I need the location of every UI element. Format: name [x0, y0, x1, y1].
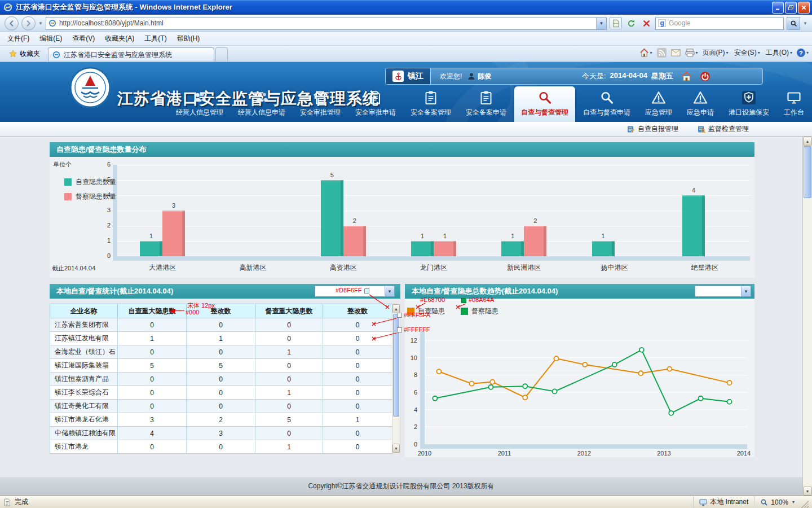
fav-right-buttons: 页面(P)▾安全(S)▾工具(O)▾: [703, 48, 792, 58]
compatibility-view-button[interactable]: [610, 17, 622, 29]
page-scrollbar-thumb[interactable]: [804, 146, 811, 198]
document-icon: [313, 90, 328, 105]
nav-item-7[interactable]: 自查与督查管理: [514, 86, 575, 122]
help-button[interactable]: ?▾: [797, 49, 809, 57]
resize-grip[interactable]: [800, 500, 809, 508]
back-button[interactable]: [5, 16, 19, 30]
bar-category-1: 大港港区: [117, 263, 208, 273]
table-row-2[interactable]: 江苏镇江发电有限1100: [50, 332, 392, 345]
document-status-icon: [3, 498, 11, 506]
safety-menu-button[interactable]: 安全(S)▾: [734, 48, 760, 58]
stats-filter-dropdown[interactable]: ▼: [315, 286, 395, 297]
url-dropdown-button[interactable]: ▼: [596, 17, 606, 29]
print-button[interactable]: ▾: [685, 48, 698, 58]
page-menu-button[interactable]: 页面(P)▾: [703, 48, 729, 58]
nav-item-1[interactable]: 经营人信息管理: [169, 86, 230, 122]
address-bar[interactable]: http://localhost:8080/yjpt/Main.html ▼: [46, 17, 607, 30]
recent-pages-dropdown[interactable]: ▼: [38, 21, 43, 26]
refresh-button[interactable]: [625, 17, 637, 29]
nav-item-12[interactable]: 工作台: [777, 86, 811, 122]
dropdown-arrow-icon[interactable]: ▼: [741, 286, 751, 296]
magnifier-icon: [537, 90, 552, 105]
table-scroll-down-button[interactable]: ▼: [392, 444, 400, 453]
svg-text:12: 12: [411, 337, 417, 344]
search-dropdown-button[interactable]: ▼: [803, 21, 807, 26]
table-row-1[interactable]: 江苏索普集团有限0000: [50, 318, 392, 332]
safety-menu-button-label: 安全(S): [734, 48, 757, 58]
trend-filter-dropdown[interactable]: ▼: [695, 286, 751, 297]
table-row-6[interactable]: 镇江李长荣综合石0010: [50, 386, 392, 400]
search-button[interactable]: [787, 17, 800, 30]
stats-table-panel: 本地自查/督查统计(截止2014.04.04) ▼ 企业名称自查重大隐患数整改数…: [50, 284, 400, 457]
menu-item-4[interactable]: 收藏夹(A): [100, 32, 139, 45]
tab-title: 江苏省港口安全监管与应急管理系统: [64, 50, 172, 60]
favorites-button[interactable]: 收藏夹: [3, 47, 46, 60]
bar-series2-cat5: [524, 226, 546, 256]
menu-item-6[interactable]: 帮助(H): [172, 32, 205, 45]
app-header: 江苏省港口安全监管与应急管理系统 镇江 欢迎您! 陈俊 今天是: 2014-04…: [0, 62, 812, 122]
table-row-5[interactable]: 镇江恒泰沥青产品0000: [50, 373, 392, 386]
bar-category-5: 新民洲港区: [479, 263, 569, 273]
bar-chart-body: 单位个 截止2014.04.04 自查隐患数量督察隐患数量 0123456大港港…: [50, 157, 754, 278]
logout-power-icon[interactable]: [700, 71, 710, 82]
table-row-9[interactable]: 中储粮镇江粮油有限4300: [50, 427, 392, 440]
nav-item-11[interactable]: 港口设施保安: [722, 86, 776, 122]
table-row-8[interactable]: 镇江市港龙石化港3251: [50, 413, 392, 427]
bar-chart-panel: 自查隐患/督查隐患数量分布 单位个 截止2014.04.04 自查隐患数量督察隐…: [50, 142, 754, 278]
nav-item-10[interactable]: 应急申请: [680, 86, 721, 122]
stats-table-head-row: 企业名称自查重大隐患数整改数督查重大隐患数整改数: [50, 304, 392, 318]
menu-item-3[interactable]: 查看(V): [67, 32, 100, 45]
menu-item-2[interactable]: 编辑(E): [34, 32, 67, 45]
table-scrollbar-thumb[interactable]: [393, 314, 399, 417]
feeds-icon[interactable]: [657, 48, 667, 58]
page-scroll-down-button[interactable]: ▼: [803, 487, 812, 496]
address-toolbar: ▼ http://localhost:8080/yjpt/Main.html ▼…: [0, 15, 812, 32]
menu-item-5[interactable]: 工具(T): [139, 32, 171, 45]
table-scroll-up-button[interactable]: ▲: [392, 304, 400, 313]
page-scrollbar[interactable]: ▲ ▼: [802, 137, 812, 496]
table-row-3[interactable]: 金海宏业（镇江）石0010: [50, 345, 392, 359]
column-header-1: 企业名称: [50, 304, 118, 318]
home-shortcut-icon[interactable]: [681, 71, 692, 82]
stop-button[interactable]: [640, 17, 652, 29]
nav-item-3[interactable]: 安全审批管理: [293, 86, 347, 122]
tools-menu-button[interactable]: 工具(O)▾: [766, 48, 792, 58]
svg-text:2012: 2012: [577, 450, 591, 457]
nav-item-4[interactable]: 安全审批申请: [348, 86, 403, 122]
subnav-item-2[interactable]: 监督检查管理: [698, 124, 749, 134]
table-row-7[interactable]: 镇江奇美化工有限0000: [50, 400, 392, 413]
home-button[interactable]: ▾: [639, 48, 652, 58]
current-weekday: 星期五: [651, 71, 673, 81]
bar-category-2: 高新港区: [208, 263, 298, 273]
nav-item-2[interactable]: 经营人信息申请: [231, 86, 292, 122]
table-row-4[interactable]: 镇江港国际集装箱5500: [50, 359, 392, 373]
bar-series2-cat3: [343, 226, 366, 256]
zoom-control[interactable]: 100% ▾: [754, 496, 800, 508]
minimize-button[interactable]: [772, 2, 784, 14]
read-mail-icon[interactable]: [671, 48, 681, 58]
search-box[interactable]: g Google: [655, 17, 784, 30]
nav-item-8[interactable]: 自查与督查申请: [576, 86, 637, 122]
bar-category-4: 龙门港区: [389, 263, 479, 273]
dropdown-arrow-icon[interactable]: ▼: [385, 286, 394, 296]
zoom-dropdown-icon[interactable]: ▾: [792, 500, 795, 505]
new-tab-button[interactable]: [215, 47, 228, 62]
nav-item-6[interactable]: 安全备案申请: [459, 86, 513, 122]
url-text[interactable]: http://localhost:8080/yjpt/Main.html: [59, 19, 593, 27]
restore-button[interactable]: [785, 2, 797, 14]
table-row-10[interactable]: 镇江市港龙0010: [50, 440, 392, 454]
nav-item-5[interactable]: 安全备案管理: [404, 86, 458, 122]
nav-item-label: 港口设施保安: [729, 108, 769, 117]
nav-item-label: 安全审批管理: [300, 108, 341, 117]
bar-series1-cat7: [682, 195, 705, 256]
browser-tab[interactable]: 江苏省港口安全监管与应急管理系统: [48, 47, 214, 62]
subnav-item-1[interactable]: 自查自报管理: [627, 124, 678, 134]
forward-button[interactable]: [21, 16, 36, 30]
close-button[interactable]: [798, 2, 810, 14]
table-scrollbar[interactable]: ▲ ▼: [392, 304, 400, 453]
page-scroll-up-button[interactable]: ▲: [803, 137, 812, 146]
nav-item-9[interactable]: 应急管理: [638, 86, 679, 122]
menu-item-1[interactable]: 文件(F): [2, 32, 34, 45]
window-titlebar: 江苏省港口安全监管与应急管理系统 - Windows Internet Expl…: [0, 0, 812, 15]
security-zone: 本地 Intranet: [693, 496, 754, 508]
